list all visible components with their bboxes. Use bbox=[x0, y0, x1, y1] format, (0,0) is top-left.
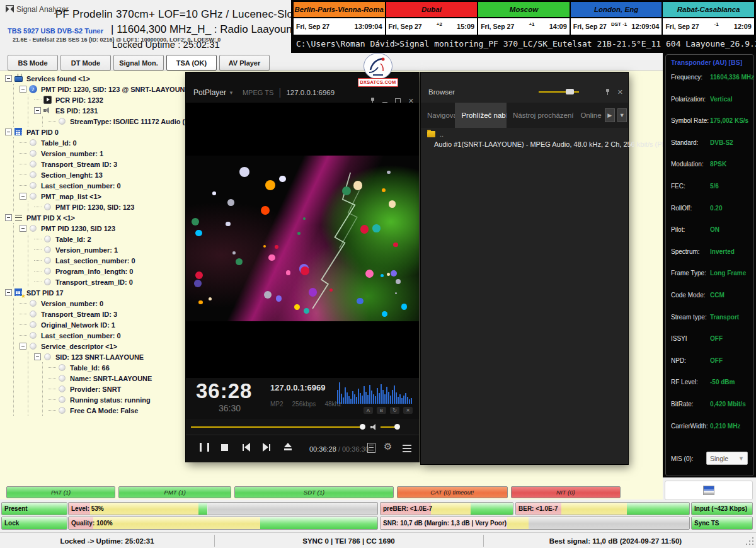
browser-window[interactable]: Browser ✕ NavigovatProhlížeč nabídkyNást… bbox=[421, 72, 628, 464]
clock-utc-offset: -1 bbox=[714, 21, 719, 27]
tree-item-label: Running status: running bbox=[70, 396, 151, 404]
tab-dt-mode[interactable]: DT Mode bbox=[60, 55, 111, 71]
ts-record-button[interactable] bbox=[665, 481, 753, 500]
tab-bs-mode[interactable]: BS Mode bbox=[8, 55, 58, 71]
eject-button[interactable] bbox=[284, 443, 292, 452]
color-dot bbox=[297, 232, 301, 235]
logo-circle bbox=[364, 53, 392, 79]
folder-up-row[interactable]: .. bbox=[421, 129, 628, 139]
connector-dash bbox=[20, 185, 27, 186]
color-dot bbox=[239, 167, 249, 177]
color-dot bbox=[396, 279, 401, 284]
sphere-icon bbox=[58, 406, 67, 414]
sphere-icon bbox=[29, 310, 38, 318]
dxsatcs-logo: DXSATCS.COM bbox=[358, 53, 398, 87]
seek-handle[interactable] bbox=[360, 424, 365, 430]
expander-minus-icon[interactable] bbox=[5, 75, 12, 82]
expander-minus-icon[interactable] bbox=[20, 225, 26, 232]
meter-label: SNR: 10,7 dB (Margin: 1,3 dB | Very Poor… bbox=[383, 517, 507, 529]
color-dot bbox=[194, 280, 201, 287]
connector-dash bbox=[20, 164, 27, 165]
potplayer-window[interactable]: PotPlayer ▼ MPEG TS | 127.0.0.1:6969 ✕ 3… bbox=[186, 72, 419, 462]
psi-table-bars: PAT (1)PMT (1)SDT (1)CAT (0) timeout!NIT… bbox=[6, 486, 621, 498]
pin-icon[interactable] bbox=[605, 89, 610, 95]
chevron-down-icon[interactable]: ▼ bbox=[229, 90, 234, 96]
tab-tsa-ok-[interactable]: TSA (OK) bbox=[166, 55, 217, 71]
menu-icon[interactable] bbox=[403, 445, 411, 446]
nav-down-icon[interactable]: ▼ bbox=[617, 108, 627, 122]
sphere-icon bbox=[43, 235, 52, 243]
clock-date: Fri, Sep 27 bbox=[481, 23, 514, 30]
logo-text: DXSATCS.COM bbox=[358, 78, 398, 87]
sphere-icon bbox=[29, 342, 38, 350]
expander-minus-icon[interactable] bbox=[34, 353, 41, 360]
previous-button[interactable] bbox=[243, 443, 250, 452]
close-icon[interactable]: ✕ bbox=[617, 89, 623, 95]
tree-item-label: Provider: SNRT bbox=[70, 385, 121, 393]
tree-item-label: PMT PID X <1> bbox=[26, 214, 75, 222]
expander-minus-icon[interactable] bbox=[5, 128, 12, 135]
terminal-command-line: C:\Users\Roman Dávid>Signal monitoring_P… bbox=[296, 39, 756, 49]
clock-time: 12:09 bbox=[734, 23, 752, 30]
color-dot bbox=[360, 225, 369, 234]
color-dot bbox=[227, 199, 234, 205]
loop-icon[interactable]: ↻ bbox=[390, 407, 399, 414]
tree-item-label: PMT PID 1230, SID 123 bbox=[41, 225, 115, 232]
close-small-icon[interactable]: ✕ bbox=[403, 407, 413, 414]
expander-minus-icon[interactable] bbox=[5, 214, 12, 221]
video-area[interactable] bbox=[186, 103, 419, 378]
expander-minus-icon[interactable] bbox=[20, 343, 26, 350]
next-button[interactable] bbox=[263, 443, 270, 452]
connector-dash bbox=[49, 367, 56, 368]
transponder-title: Transponder (AU) [BS] bbox=[671, 59, 742, 66]
volume-handle[interactable] bbox=[394, 424, 400, 430]
meter-label: Lock bbox=[4, 517, 19, 529]
connector-dash bbox=[20, 142, 27, 144]
volume-icon[interactable] bbox=[370, 424, 378, 430]
codec: MP2 bbox=[270, 401, 284, 408]
expander-minus-icon[interactable] bbox=[5, 289, 12, 296]
sphere-icon bbox=[29, 321, 38, 329]
resize-grip[interactable] bbox=[746, 536, 755, 545]
seek-bar[interactable] bbox=[191, 426, 362, 428]
connector-dash bbox=[34, 207, 42, 208]
audio-track-row[interactable]: Audio #1(SNRT-LAAYOUNE) - MPEG Audio, 48… bbox=[421, 139, 628, 149]
gear-icon[interactable]: ⚙ bbox=[384, 442, 392, 452]
psi-bar: CAT (0) timeout! bbox=[397, 486, 508, 498]
browser-tab[interactable]: Prohlížeč nabídky bbox=[455, 103, 507, 128]
transponder-row-value: Vertical bbox=[710, 96, 733, 103]
browser-tab[interactable]: Navigovat bbox=[421, 103, 455, 128]
transponder-row-label: BitRate: bbox=[671, 401, 694, 408]
browser-tab[interactable]: Online ! bbox=[574, 103, 604, 128]
browser-titlebar[interactable]: Browser bbox=[421, 84, 628, 100]
mis-dropdown[interactable]: Single ▼ bbox=[706, 452, 748, 465]
expander-minus-icon[interactable] bbox=[20, 193, 26, 200]
connector-dash bbox=[49, 399, 56, 401]
nav-next-icon[interactable]: ▶ bbox=[605, 108, 614, 122]
browser-tab[interactable]: Nástroj procházení titulků bbox=[507, 103, 574, 128]
ab-repeat-controls[interactable]: AB↻✕ bbox=[364, 407, 413, 414]
seek-volume-row[interactable] bbox=[186, 419, 419, 435]
tab-av-player[interactable]: AV Player bbox=[219, 55, 270, 71]
expander-minus-icon[interactable] bbox=[20, 86, 26, 93]
playlist-icon[interactable] bbox=[367, 443, 375, 453]
playback-controls: 00:36:28 / 00:36:30 ⚙ bbox=[186, 435, 419, 462]
repeat-b-chip[interactable]: B bbox=[377, 407, 386, 414]
repeat-a-chip[interactable]: A bbox=[364, 407, 373, 414]
tree-item-label: PMT_map_list <1> bbox=[41, 193, 101, 200]
tv-icon bbox=[14, 74, 23, 83]
connector-dash bbox=[34, 260, 42, 261]
transponder-row-value: Long Frame bbox=[710, 270, 746, 277]
connector-dash bbox=[34, 271, 42, 272]
tree-item-label: Services found <1> bbox=[26, 75, 90, 83]
browser-slider-handle[interactable] bbox=[566, 89, 574, 94]
total-time: 36:30 bbox=[219, 403, 241, 413]
pause-button[interactable] bbox=[200, 443, 209, 452]
tab-signal-mon-[interactable]: Signal Mon. bbox=[113, 55, 164, 71]
server-stripes-icon bbox=[703, 486, 714, 495]
expander-minus-icon[interactable] bbox=[34, 107, 41, 114]
stop-button[interactable] bbox=[221, 444, 228, 451]
tree-item-label: ES PID: 1231 bbox=[55, 107, 98, 115]
meter-bar: Lock bbox=[1, 517, 67, 530]
transponder-row-label: FEC: bbox=[671, 183, 685, 190]
